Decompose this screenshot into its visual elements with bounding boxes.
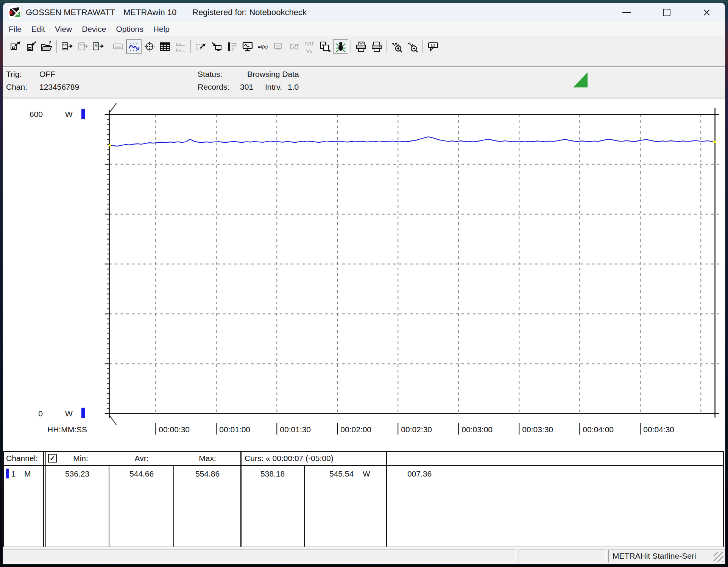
toolbar-button-zoom-in-icon[interactable] — [389, 39, 405, 54]
cursor1-top-mark — [110, 103, 117, 112]
menu-device[interactable]: Device — [77, 22, 111, 36]
toolbar-button-zoom-out-icon[interactable] — [405, 39, 420, 54]
y-max-label: 600 — [30, 110, 43, 118]
toolbar-separator — [188, 40, 193, 53]
x-tick-label-00:02:30: 00:02:30 — [401, 425, 432, 434]
toolbar-button-write-device-icon[interactable] — [75, 39, 90, 54]
close-button[interactable] — [694, 3, 719, 22]
toolbar-button-monitor-view-icon[interactable] — [240, 39, 255, 54]
menu-edit[interactable]: Edit — [27, 22, 50, 36]
statusbar-panel-device: METRAHit Starline-Seri — [608, 550, 724, 562]
channel-visible-checkbox[interactable]: ✓ — [48, 454, 57, 463]
power-chart[interactable]: 6000WWHH:MM:SS00:00:3000:01:0000:01:3000… — [4, 99, 723, 451]
maximize-icon — [663, 9, 670, 16]
power-trace-channel-1 — [109, 137, 715, 146]
toolbar-separator — [106, 40, 111, 53]
toolbar-button-open-icon[interactable] — [39, 39, 54, 54]
toolbar-separator — [348, 40, 353, 53]
menu-bar: FileEditViewDeviceOptionsHelp — [3, 22, 725, 36]
app-title: METRAwin 10 — [123, 8, 176, 17]
trig-label: Trig: — [6, 70, 22, 79]
chan-label: Chan: — [6, 83, 27, 92]
cursor-delta-value: 007.36 — [407, 469, 432, 478]
menu-view[interactable]: View — [50, 22, 77, 36]
channel-header: Channel: — [6, 454, 38, 463]
x-tick-label-00:04:30: 00:04:30 — [643, 425, 674, 434]
statusbar-panel-mid — [519, 550, 606, 562]
y-unit-bottom-label: W — [65, 409, 73, 418]
records-label: Records: — [198, 83, 229, 92]
cursor2-sample-marker — [713, 141, 716, 143]
trig-value: OFF — [39, 70, 55, 79]
toolbar-button-channel-list-icon[interactable] — [224, 39, 240, 54]
toolbar-button-save-as-icon[interactable] — [8, 39, 23, 54]
cursor-header: Curs: « 00:00:07 (-05:00) — [245, 454, 334, 463]
channel-number: 1 — [11, 469, 16, 478]
toolbar-button-debug-log-icon[interactable] — [333, 39, 348, 54]
status-value: Browsing Data — [247, 70, 299, 79]
status-bar: METRAHit Starline-Seri — [3, 548, 725, 564]
toolbar-button-table-view-icon[interactable] — [157, 39, 173, 54]
brand-title: GOSSEN METRAWATT — [26, 8, 115, 17]
x-tick-label-00:00:30: 00:00:30 — [159, 425, 190, 434]
cursor1-value: 538.18 — [260, 469, 285, 478]
toolbar-button-pulse-view-icon[interactable] — [302, 39, 317, 54]
device-name: METRAHit Starline-Seri — [613, 551, 696, 560]
close-icon — [703, 9, 711, 16]
chan-value: 123456789 — [39, 83, 79, 92]
records-value: 301 — [240, 83, 253, 92]
toolbar-button-scope-view-icon[interactable] — [142, 39, 157, 54]
toolbar-button-print-preview-icon[interactable] — [353, 39, 369, 54]
statusbar-panel-main — [4, 550, 516, 562]
min-header: Min: — [73, 454, 88, 463]
menu-options[interactable]: Options — [111, 22, 148, 36]
toolbar-button-chart-view-icon[interactable] — [126, 39, 142, 54]
chart-panel[interactable]: 6000WWHH:MM:SS00:00:3000:01:0000:01:3000… — [3, 99, 725, 451]
channel-marker-top[interactable] — [81, 109, 85, 119]
x-tick-label-00:02:00: 00:02:00 — [340, 425, 371, 434]
toolbar-button-formula-icon[interactable] — [255, 39, 271, 54]
y-min-label: 0 — [38, 409, 43, 418]
toolbar-separator — [54, 40, 59, 53]
check-icon: ✓ — [50, 454, 55, 463]
minimize-icon — [622, 12, 631, 13]
menu-file[interactable]: File — [4, 22, 27, 36]
cursor1-bottom-mark — [110, 416, 117, 425]
resize-grip[interactable] — [714, 552, 723, 562]
toolbar-button-export-data-icon[interactable] — [209, 39, 224, 54]
intrv-label: Intrv. — [265, 83, 282, 92]
cursor1-sample-marker — [109, 144, 111, 146]
toolbar-button-print-icon[interactable] — [369, 39, 384, 54]
avr-value: 544.66 — [129, 469, 154, 478]
measurement-table: Channel: ✓ Min: Avr: Max: Curs: « 00:00:… — [3, 451, 725, 547]
channel-mode: M — [24, 469, 31, 478]
info-bar: Trig: OFF Chan: 123456789 Status: Browsi… — [3, 67, 725, 98]
toolbar — [3, 37, 725, 66]
toolbar-button-read-device-icon[interactable] — [59, 39, 75, 54]
x-tick-label-00:01:00: 00:01:00 — [219, 425, 250, 434]
toolbar-button-display-321-icon[interactable] — [271, 39, 286, 54]
minimize-button[interactable] — [614, 3, 639, 22]
toolbar-button-copy-view-icon[interactable] — [317, 39, 333, 54]
toolbar-button-memory-read-icon[interactable] — [90, 39, 106, 54]
toolbar-button-zoom-range-icon[interactable] — [193, 39, 209, 54]
maximize-button[interactable] — [654, 3, 679, 22]
toolbar-button-probe-adjust-icon[interactable] — [286, 39, 302, 54]
x-tick-label-00:04:00: 00:04:00 — [583, 425, 614, 434]
toolbar-button-display-values-icon[interactable] — [111, 39, 126, 54]
channel-color-marker — [6, 469, 9, 478]
y-unit-top-label: W — [65, 110, 73, 118]
gossen-metrawatt-logo-icon — [8, 6, 22, 19]
toolbar-button-histogram-view-icon[interactable] — [173, 39, 188, 54]
cursor2-unit: W — [363, 469, 370, 478]
x-tick-label-00:03:30: 00:03:30 — [522, 425, 553, 434]
toolbar-button-notes-icon[interactable] — [425, 39, 441, 54]
toolbar-button-save-icon[interactable] — [23, 39, 39, 54]
intrv-value: 1.0 — [288, 83, 299, 92]
menu-help[interactable]: Help — [148, 22, 175, 36]
toolbar-separator — [384, 40, 389, 53]
registered-for-label: Registered for: Notebookcheck — [192, 8, 307, 17]
avr-header: Avr: — [135, 454, 149, 463]
x-axis-unit-label: HH:MM:SS — [47, 425, 87, 434]
channel-marker-bottom[interactable] — [81, 408, 85, 418]
